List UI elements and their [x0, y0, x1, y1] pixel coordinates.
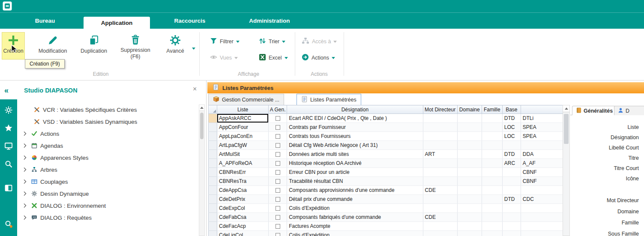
- cell[interactable]: [457, 231, 482, 236]
- cell[interactable]: Factures Acompte: [287, 222, 423, 231]
- cell[interactable]: CBNF: [521, 177, 563, 186]
- row-selector[interactable]: [209, 168, 217, 177]
- cell[interactable]: CdeDetPrix: [217, 195, 269, 204]
- table-row[interactable]: CBNResTraTracabilité résultat CBNCBNF: [209, 177, 563, 186]
- column-header[interactable]: [521, 105, 563, 114]
- cell[interactable]: ARC: [502, 159, 521, 168]
- tab-listes-parametrees[interactable]: Listes Paramétrées: [297, 94, 361, 105]
- row-selector[interactable]: [209, 123, 217, 132]
- column-header[interactable]: Famille: [482, 105, 502, 114]
- cell[interactable]: [457, 204, 482, 213]
- table-row[interactable]: AppLpaConEnContrats tous FournisseursLOC…: [209, 132, 563, 141]
- cell[interactable]: [457, 213, 482, 222]
- scroll-up-button[interactable]: [199, 105, 204, 111]
- cell[interactable]: [269, 141, 287, 150]
- cell[interactable]: [269, 231, 287, 236]
- column-header[interactable]: A Gen.: [269, 105, 287, 114]
- cell[interactable]: [457, 159, 482, 168]
- checkbox[interactable]: [276, 161, 280, 166]
- cell[interactable]: [457, 186, 482, 195]
- search-icon[interactable]: [4, 159, 13, 169]
- table-row[interactable]: AppAskARCCEcart ARC EDI / CdeOA( Prix , …: [209, 114, 563, 123]
- cell[interactable]: [502, 168, 521, 177]
- tab-detail-second[interactable]: D: [614, 106, 644, 115]
- grid-scrollbar[interactable]: [563, 105, 570, 236]
- table-row[interactable]: CdeAppCsaComposants approvisionnés d'une…: [209, 186, 563, 195]
- row-selector[interactable]: [209, 150, 217, 159]
- cell[interactable]: [269, 168, 287, 177]
- row-selector[interactable]: [209, 204, 217, 213]
- cell[interactable]: [482, 141, 502, 150]
- cell[interactable]: CDC: [521, 195, 563, 204]
- tree-item[interactable]: Dessin Dynamique: [17, 188, 197, 200]
- checkbox[interactable]: [276, 152, 280, 157]
- cell[interactable]: [502, 204, 521, 213]
- cell[interactable]: [457, 123, 482, 132]
- cell[interactable]: SPEA: [521, 123, 563, 132]
- table-row[interactable]: ArtMulSitDonnées article multi sitesARTD…: [209, 150, 563, 159]
- cell[interactable]: [521, 231, 563, 236]
- suppression-button[interactable]: Suppression(F6): [115, 32, 156, 60]
- cell[interactable]: [482, 150, 502, 159]
- cell[interactable]: [521, 213, 563, 222]
- checkbox[interactable]: [276, 179, 280, 184]
- column-header[interactable]: Mot Directeur: [423, 105, 457, 114]
- table-row[interactable]: A_APFoReOAHistorique réception OA Archiv…: [209, 159, 563, 168]
- cell[interactable]: CBNResTra: [217, 177, 269, 186]
- column-header[interactable]: Domaine: [457, 105, 482, 114]
- cell[interactable]: CdeLigCol: [217, 231, 269, 236]
- cell[interactable]: [269, 114, 287, 123]
- checkbox[interactable]: [276, 188, 280, 193]
- cell[interactable]: [482, 159, 502, 168]
- column-header[interactable]: [209, 105, 217, 114]
- checkbox[interactable]: [276, 170, 280, 175]
- table-row[interactable]: ArtLpaCfgWDétail Cfg Web Article Negoce …: [209, 141, 563, 150]
- avance-button[interactable]: Avancé: [161, 32, 189, 60]
- tab-application[interactable]: Application: [84, 17, 150, 29]
- cell[interactable]: DTD: [502, 114, 521, 123]
- trier-button[interactable]: Trier: [257, 36, 287, 47]
- cell[interactable]: CdeFabCsa: [217, 213, 269, 222]
- cell[interactable]: DTD: [502, 150, 521, 159]
- cell[interactable]: [482, 204, 502, 213]
- tree-item[interactable]: Arbres: [17, 164, 197, 176]
- cell[interactable]: [269, 222, 287, 231]
- filtrer-button[interactable]: Filtrer: [208, 36, 241, 47]
- cell[interactable]: [482, 132, 502, 141]
- cell[interactable]: [423, 195, 457, 204]
- cell[interactable]: DTLi: [521, 114, 563, 123]
- duplication-button[interactable]: Duplication: [75, 32, 112, 60]
- cell[interactable]: [521, 204, 563, 213]
- star-icon[interactable]: [4, 123, 13, 133]
- cell[interactable]: [269, 204, 287, 213]
- cell[interactable]: ArtLpaCfgW: [217, 141, 269, 150]
- cell[interactable]: [423, 177, 457, 186]
- cell[interactable]: DDA: [521, 150, 563, 159]
- cell[interactable]: [457, 132, 482, 141]
- cell[interactable]: [423, 141, 457, 150]
- row-selector[interactable]: [209, 141, 217, 150]
- cell[interactable]: [457, 222, 482, 231]
- table-row[interactable]: CBNResErrErreur CBN pour un articleCBNF: [209, 168, 563, 177]
- table-row[interactable]: CdeLigColColis d'Expédition: [209, 231, 563, 236]
- scroll-up-button[interactable]: [563, 105, 569, 112]
- tab-bureau[interactable]: Bureau: [26, 13, 64, 29]
- row-selector[interactable]: [209, 186, 217, 195]
- cell[interactable]: [502, 186, 521, 195]
- tab-generalites[interactable]: Généralités: [572, 106, 617, 115]
- cell[interactable]: ART: [423, 150, 457, 159]
- cell[interactable]: [269, 186, 287, 195]
- tab-raccourcis[interactable]: Raccourcis: [167, 13, 213, 29]
- cell[interactable]: [457, 195, 482, 204]
- app-logo-icon[interactable]: [3, 1, 12, 11]
- cell[interactable]: Composants fabriqués d'une commande: [287, 213, 423, 222]
- cell[interactable]: A_APFoReOA: [217, 159, 269, 168]
- cell[interactable]: Contrats par Fournisseur: [287, 123, 423, 132]
- cell[interactable]: CdeAppCsa: [217, 186, 269, 195]
- cell[interactable]: [482, 168, 502, 177]
- row-selector[interactable]: [209, 159, 217, 168]
- checkbox[interactable]: [276, 215, 280, 220]
- cell[interactable]: [502, 141, 521, 150]
- cell[interactable]: Historique réception OA Archivé: [287, 159, 423, 168]
- cell[interactable]: [482, 195, 502, 204]
